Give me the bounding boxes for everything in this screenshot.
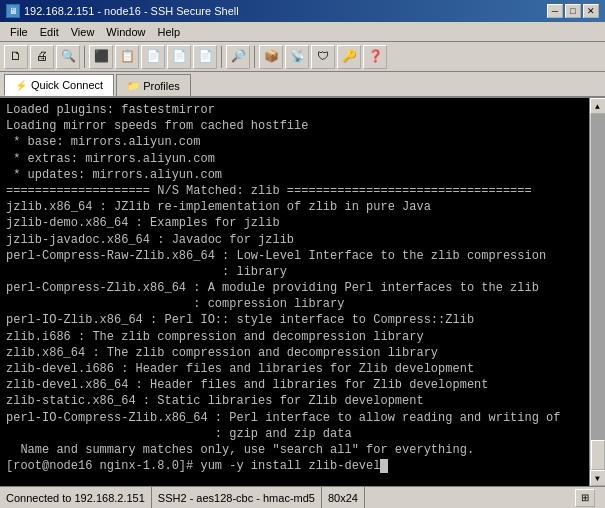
title-bar: 🖥 192.168.2.151 - node16 - SSH Secure Sh…	[0, 0, 605, 22]
toolbar-new-btn[interactable]: 🗋	[4, 45, 28, 69]
scroll-thumb[interactable]	[591, 440, 605, 470]
status-encryption: SSH2 - aes128-cbc - hmac-md5	[152, 487, 322, 508]
menu-window[interactable]: Window	[100, 24, 151, 40]
toolbar-btn-11[interactable]: 🔑	[337, 45, 361, 69]
maximize-button[interactable]: □	[565, 4, 581, 18]
tab-profiles[interactable]: 📁 Profiles	[116, 74, 191, 96]
connection-text: Connected to 192.168.2.151	[6, 492, 145, 504]
tab-quick-connect-label: Quick Connect	[31, 79, 103, 91]
toolbar-search-btn[interactable]: 🔍	[56, 45, 80, 69]
toolbar-btn-3[interactable]: ⬛	[89, 45, 113, 69]
toolbar: 🗋 🖨 🔍 ⬛ 📋 📄 📄 📄 🔎 📦 📡 🛡 🔑 ❓	[0, 42, 605, 72]
minimize-button[interactable]: ─	[547, 4, 563, 18]
status-bar: Connected to 192.168.2.151 SSH2 - aes128…	[0, 486, 605, 508]
encryption-text: SSH2 - aes128-cbc - hmac-md5	[158, 492, 315, 504]
terminal[interactable]: Loaded plugins: fastestmirrorLoading mir…	[0, 98, 589, 486]
tab-profiles-label: Profiles	[143, 80, 180, 92]
menu-edit[interactable]: Edit	[34, 24, 65, 40]
menu-bar: File Edit View Window Help	[0, 22, 605, 42]
toolbar-ftp-btn[interactable]: 📦	[259, 45, 283, 69]
toolbar-btn-9[interactable]: 📡	[285, 45, 309, 69]
toolbar-sep-3	[254, 46, 255, 68]
toolbar-btn-12[interactable]: ❓	[363, 45, 387, 69]
menu-help[interactable]: Help	[151, 24, 186, 40]
app-icon: 🖥	[6, 4, 20, 18]
toolbar-sep-1	[84, 46, 85, 68]
status-icons: ⊞	[569, 487, 605, 508]
menu-file[interactable]: File	[4, 24, 34, 40]
toolbar-btn-6[interactable]: 📄	[167, 45, 191, 69]
window-title: 192.168.2.151 - node16 - SSH Secure Shel…	[24, 5, 239, 17]
status-dimensions: 80x24	[322, 487, 365, 508]
scroll-down-btn[interactable]: ▼	[590, 470, 606, 486]
toolbar-btn-5[interactable]: 📄	[141, 45, 165, 69]
tab-bar: ⚡ Quick Connect 📁 Profiles	[0, 72, 605, 98]
status-connection: Connected to 192.168.2.151	[0, 487, 152, 508]
scroll-up-btn[interactable]: ▲	[590, 98, 606, 114]
profiles-icon: 📁	[127, 80, 139, 91]
terminal-wrapper: Loaded plugins: fastestmirrorLoading mir…	[0, 98, 605, 486]
toolbar-btn-10[interactable]: 🛡	[311, 45, 335, 69]
vertical-scrollbar[interactable]: ▲ ▼	[589, 98, 605, 486]
toolbar-btn-7[interactable]: 📄	[193, 45, 217, 69]
toolbar-print-btn[interactable]: 🖨	[30, 45, 54, 69]
close-button[interactable]: ✕	[583, 4, 599, 18]
title-bar-left: 🖥 192.168.2.151 - node16 - SSH Secure Sh…	[6, 4, 239, 18]
toolbar-find-btn[interactable]: 🔎	[226, 45, 250, 69]
dimensions-text: 80x24	[328, 492, 358, 504]
toolbar-sep-2	[221, 46, 222, 68]
quick-connect-icon: ⚡	[15, 80, 27, 91]
scroll-track[interactable]	[591, 114, 605, 470]
tab-quick-connect[interactable]: ⚡ Quick Connect	[4, 74, 114, 96]
menu-view[interactable]: View	[65, 24, 101, 40]
toolbar-btn-4[interactable]: 📋	[115, 45, 139, 69]
status-icon-btn[interactable]: ⊞	[575, 489, 595, 507]
window-controls[interactable]: ─ □ ✕	[547, 4, 599, 18]
